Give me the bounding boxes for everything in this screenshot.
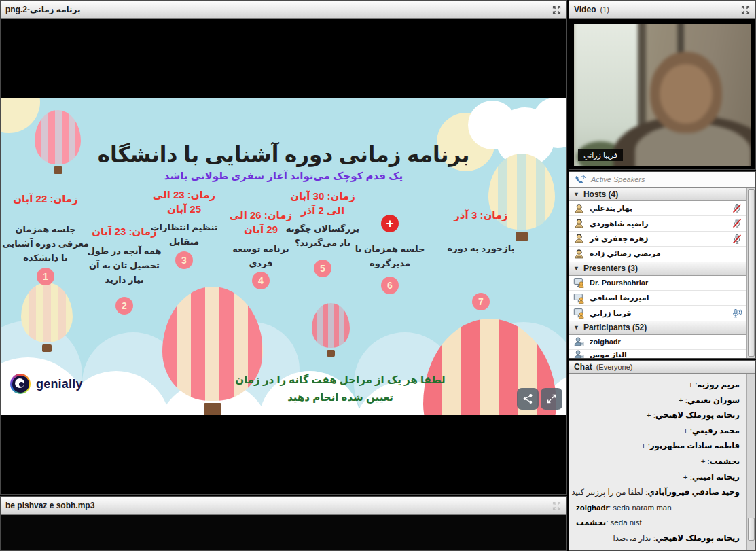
attendee-row[interactable]: زهره جعفري فر [569,232,746,247]
step-time: زمان: 30 آبان الی 2 آذر [283,189,363,217]
chat-sender: سوزان نعيمي [687,396,740,404]
chat-text: لطفا من را پرزنتر كنيد [572,488,643,496]
presenter-icon [573,293,585,304]
timeline-step: زمان: 30 آبان الی 2 آذر بزرگسالان چگونه … [283,189,363,277]
presenter-icon [573,277,585,288]
chat-sender: zolghadr [576,503,609,512]
slide-overlay-buttons [517,388,562,410]
chat-message: مريم روزبه: + [569,377,746,393]
chat-sender: ىحشمت [710,457,740,465]
chat-sender: فاطمه سادات مطهرپور [650,442,740,450]
attendee-row[interactable]: اميررضا اصنافي [569,291,746,306]
fullscreen-icon[interactable] [551,500,562,511]
chat-message-list: مريم روزبه: +سوزان نعيمي: +ريحانه پورملک… [569,374,746,550]
attendee-name: Dr. Pourshahriar [590,279,648,287]
chat-sender: وحيد صادقي فيروزآبادي [647,488,740,496]
timeline-step: زمان: 23 الی 25 آبان تنظیم انتظارات متقا… [149,188,219,269]
chevron-down-icon: ▼ [573,191,579,198]
share-pod-titlebar[interactable]: برنامه زماني-2.png [1,1,566,19]
chat-message: وحيد صادقي فيروزآبادي: لطفا من را پرزنتر… [569,484,746,500]
audio-pod: be pishvaz e sobh.mp3 [0,496,567,551]
genially-logo-icon [10,374,31,394]
mic-muted-icon [732,234,742,245]
participant-icon [573,350,585,358]
timeline-step: + جلسه همزمان با مدیرگروه 6 [353,215,427,294]
chat-message: سوزان نعيمي: + [569,393,746,408]
speaker-name-overlay: فريبا زراني [578,149,623,161]
slide-note: لطفا هر یک از مراحل هفت گانه را در زمان … [226,371,454,406]
step-time: زمان: 3 آذر [441,208,521,222]
mic-muted-icon [732,203,742,214]
host-icon [573,203,585,214]
adobe-connect-window: برنامه زماني-2.png [0,0,756,551]
hot-air-balloon [312,303,350,357]
share-pod-content: برنامه زمانی دوره آشنایی با دانشگاه یک ق… [1,19,566,494]
attendee-row[interactable]: Dr. Pourshahriar [569,276,746,291]
attendee-name: مرتضي رضائي زاده [590,249,660,258]
chevron-down-icon: ▼ [573,265,579,272]
chat-message: ريحانه پورملک لاهيجي: ندار می‌صدا [569,531,746,546]
step-text: بزرگسالان چگونه یاد می‌گیرند؟ [283,221,363,250]
expand-button[interactable] [541,388,562,410]
left-column: برنامه زماني-2.png [0,0,567,551]
fullscreen-icon[interactable] [551,4,562,15]
video-pod-titlebar[interactable]: Video(1) [569,1,755,19]
chat-scrollbar[interactable] [746,374,755,550]
mic-active-icon [732,308,742,319]
webcam-feed: فريبا زراني [574,24,751,166]
step-text: جلسه همزمان معرفی دوره آشنایی با دانشکده [2,222,89,265]
attendee-row[interactable]: بهار بندعلي [569,201,746,216]
video-pod-title: Video(1) [574,5,609,14]
chat-sender: مريم روزبه [698,380,740,389]
genially-brand-name: genially [36,377,83,391]
audio-pod-title: be pishvaz e sobh.mp3 [5,501,94,510]
share-button[interactable] [517,388,539,410]
step-time: زمان: 22 آبان [2,192,89,206]
attendee-row[interactable]: zolghadr [569,335,746,350]
chat-pod: Chat (Everyone) مريم روزبه: +سوزان نعيمي… [569,360,756,551]
group-label: Hosts (4) [583,190,618,199]
step-time: + [381,215,399,232]
timeline-step: زمان: 22 آبان جلسه همزمان معرفی دوره آشن… [2,192,89,285]
audio-pod-titlebar[interactable]: be pishvaz e sobh.mp3 [1,497,566,515]
attendee-group-header[interactable]: ▼ Hosts (4) [569,188,746,201]
host-icon [573,249,585,260]
audio-pod-content [1,515,566,550]
phone-icon [575,175,586,184]
attendee-group-header[interactable]: ▼ Presenters (3) [569,262,746,276]
chat-sender: ريحانه پورملک لاهيجي [655,534,740,542]
chat-message: ىحشمت: + [569,454,746,469]
step-text: تنظیم انتظارات متقابل [149,220,219,249]
right-column: Video(1) [569,0,756,551]
attendee-name: zolghadr [590,338,621,346]
step-time: زمان: 23 الی 25 آبان [149,188,219,216]
share-pod: برنامه زماني-2.png [0,0,567,495]
attendee-row[interactable]: فريبا زراني [569,306,746,321]
mic-muted-icon [732,218,742,229]
chevron-down-icon: ▼ [573,324,579,331]
participant-icon [573,336,585,347]
video-pod: Video(1) [569,0,756,170]
chat-pod-title: Chat [574,362,592,372]
attendee-row[interactable]: راضيه شاهوردي [569,216,746,231]
attendees-scrollbar[interactable] [746,188,755,358]
fullscreen-icon[interactable] [740,4,751,15]
attendee-list: ▼ Hosts (4) بهار بندعلي راضيه شاهوردي زه… [569,188,746,358]
chat-text: + [679,396,683,404]
share-pod-title: برنامه زماني-2.png [5,5,81,14]
attendee-group-header[interactable]: ▼ Participants (52) [569,321,746,335]
chat-text: + [683,427,688,435]
slide-title: برنامه زمانی دوره آشنایی با دانشگاه [1,142,566,167]
attendee-row[interactable]: الناز موس [569,350,746,358]
group-label: Participants (52) [583,323,647,332]
step-number: 1 [37,268,54,285]
chat-message: محمد رفيعي: + [569,423,746,439]
attendee-name: اميررضا اصنافي [590,294,649,302]
attendee-row[interactable]: مرتضي رضائي زاده [569,247,746,262]
chat-pod-titlebar[interactable]: Chat (Everyone) [569,361,755,374]
attendee-name: زهره جعفري فر [590,234,648,243]
step-number: 4 [252,272,270,289]
host-icon [573,218,585,229]
webcam-image [574,24,751,166]
attendees-pod: Active Speakers ▼ Hosts (4) بهار بندعلي … [569,171,756,359]
